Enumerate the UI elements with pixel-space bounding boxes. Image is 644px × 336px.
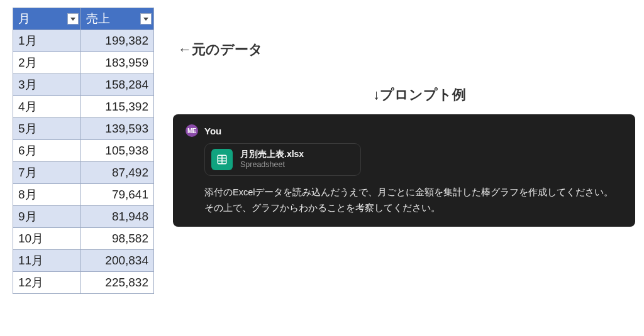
spreadsheet-icon [211, 149, 233, 170]
cell-value: 139,593 [81, 118, 154, 140]
cell-month: 1月 [13, 30, 81, 52]
table-row: 5月139,593 [13, 118, 154, 140]
table-row: 10月98,582 [13, 228, 154, 250]
header-sales-label: 売上 [86, 11, 110, 27]
cell-value: 81,948 [81, 206, 154, 228]
cell-value: 183,959 [81, 52, 154, 74]
table-row: 7月87,492 [13, 162, 154, 184]
table-row: 3月158,284 [13, 74, 154, 96]
label-original-data: ←元のデータ [178, 40, 263, 59]
filter-dropdown-month-icon[interactable] [67, 13, 79, 24]
cell-month: 4月 [13, 96, 81, 118]
table-row: 2月183,959 [13, 52, 154, 74]
attachment-filename: 月別売上表.xlsx [240, 149, 304, 160]
cell-value: 200,834 [81, 250, 154, 272]
cell-value: 105,938 [81, 140, 154, 162]
table-row: 6月105,938 [13, 140, 154, 162]
cell-month: 9月 [13, 206, 81, 228]
cell-month: 3月 [13, 74, 81, 96]
cell-month: 7月 [13, 162, 81, 184]
cell-month: 8月 [13, 184, 81, 206]
table-row: 11月200,834 [13, 250, 154, 272]
cell-value: 98,582 [81, 228, 154, 250]
cell-value: 158,284 [81, 74, 154, 96]
label-prompt-example: ↓プロンプト例 [373, 85, 466, 104]
attachment-filetype: Spreadsheet [240, 160, 304, 170]
cell-month: 2月 [13, 52, 81, 74]
sales-table-wrap: 月 売上 1月199,382 2月183,959 3 [13, 8, 154, 294]
table-row: 12月225,832 [13, 272, 154, 294]
cell-month: 10月 [13, 228, 81, 250]
cell-value: 115,392 [81, 96, 154, 118]
prompt-line-2: その上で、グラフからわかることを考察してください。 [204, 200, 621, 216]
cell-month: 12月 [13, 272, 81, 294]
table-row: 4月115,392 [13, 96, 154, 118]
header-month[interactable]: 月 [13, 8, 81, 30]
header-month-label: 月 [18, 11, 30, 27]
cell-value: 79,641 [81, 184, 154, 206]
table-row: 9月81,948 [13, 206, 154, 228]
cell-value: 225,832 [81, 272, 154, 294]
sales-table: 月 売上 1月199,382 2月183,959 3 [13, 8, 154, 294]
chat-message-card: ME You 月別売上表.xlsx Spreadsheet [173, 114, 635, 227]
cell-month: 6月 [13, 140, 81, 162]
table-row: 8月79,641 [13, 184, 154, 206]
cell-month: 5月 [13, 118, 81, 140]
cell-month: 11月 [13, 250, 81, 272]
avatar: ME [186, 124, 198, 137]
filter-dropdown-sales-icon[interactable] [140, 13, 152, 24]
attachment-chip[interactable]: 月別売上表.xlsx Spreadsheet [204, 143, 361, 176]
table-row: 1月199,382 [13, 30, 154, 52]
cell-value: 87,492 [81, 162, 154, 184]
sender-name: You [204, 126, 221, 136]
cell-value: 199,382 [81, 30, 154, 52]
prompt-message: 添付のExcelデータを読み込んだうえで、月ごとに金額を集計した棒グラフを作成し… [204, 185, 621, 215]
header-sales[interactable]: 売上 [81, 8, 154, 30]
prompt-line-1: 添付のExcelデータを読み込んだうえで、月ごとに金額を集計した棒グラフを作成し… [204, 185, 621, 200]
